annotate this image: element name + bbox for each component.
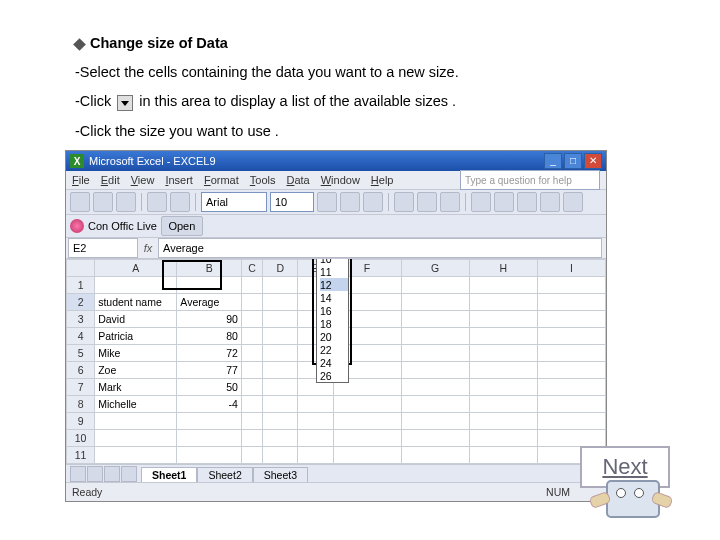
col-d[interactable]: D	[263, 260, 298, 277]
corner-cell[interactable]	[67, 260, 95, 277]
col-b[interactable]: B	[177, 260, 242, 277]
step-2: -Click in this area to display a list of…	[75, 90, 680, 113]
cell[interactable]: Zoe	[95, 362, 177, 379]
formula-bar[interactable]: Average	[158, 238, 602, 258]
cell[interactable]: Patricia	[95, 328, 177, 345]
size-option[interactable]: 16	[320, 304, 348, 317]
align-left-icon[interactable]	[394, 192, 414, 212]
col-g[interactable]: G	[401, 260, 469, 277]
row-h[interactable]: 3	[67, 311, 95, 328]
separator	[388, 193, 389, 211]
row-h[interactable]: 6	[67, 362, 95, 379]
bold-icon[interactable]	[317, 192, 337, 212]
row-h[interactable]: 8	[67, 396, 95, 413]
size-option[interactable]: 26	[320, 369, 348, 382]
name-box[interactable]: E2	[68, 238, 138, 258]
underline-icon[interactable]	[363, 192, 383, 212]
size-option[interactable]: 14	[320, 291, 348, 304]
percent-icon[interactable]	[494, 192, 514, 212]
tab-next-icon[interactable]	[104, 466, 120, 482]
row-h[interactable]: 7	[67, 379, 95, 396]
col-a[interactable]: A	[95, 260, 177, 277]
cell[interactable]: David	[95, 311, 177, 328]
cell[interactable]: Mike	[95, 345, 177, 362]
col-c[interactable]: C	[241, 260, 262, 277]
cell[interactable]: Average	[177, 294, 242, 311]
font-size-select[interactable]: 10	[270, 192, 314, 212]
office-live-open[interactable]: Open	[161, 216, 203, 236]
cell[interactable]: Michelle	[95, 396, 177, 413]
size-option[interactable]: 24	[320, 356, 348, 369]
row-h[interactable]: 4	[67, 328, 95, 345]
heading: Change size of Data	[75, 32, 680, 55]
cell[interactable]: student name	[95, 294, 177, 311]
print-icon[interactable]	[147, 192, 167, 212]
preview-icon[interactable]	[170, 192, 190, 212]
open-icon[interactable]	[93, 192, 113, 212]
menu-insert[interactable]: Insert	[165, 174, 193, 186]
size-option-highlighted[interactable]: 12	[320, 278, 348, 291]
fill-color-icon[interactable]	[540, 192, 560, 212]
row-h[interactable]: 2	[67, 294, 95, 311]
row-h[interactable]: 9	[67, 413, 95, 430]
size-option[interactable]: 20	[320, 330, 348, 343]
cell[interactable]: 77	[177, 362, 242, 379]
sheet-tab-3[interactable]: Sheet3	[253, 467, 308, 482]
sheet-tab-2[interactable]: Sheet2	[197, 467, 252, 482]
col-h[interactable]: H	[469, 260, 537, 277]
cell[interactable]: 90	[177, 311, 242, 328]
bullet-diamond-icon	[73, 38, 86, 51]
cell[interactable]: 80	[177, 328, 242, 345]
font-size-dropdown-list[interactable]: 8 9 10 11 12 14 16 18 20 22 24 26	[316, 259, 349, 383]
tab-first-icon[interactable]	[70, 466, 86, 482]
status-bar: Ready NUM	[66, 482, 606, 501]
size-option[interactable]: 11	[320, 265, 348, 278]
size-option[interactable]: 18	[320, 317, 348, 330]
row-h[interactable]: 1	[67, 277, 95, 294]
cell[interactable]: 50	[177, 379, 242, 396]
row-h[interactable]: 5	[67, 345, 95, 362]
heading-text: Change size of Data	[90, 35, 228, 51]
step-1: -Select the cells containing the data yo…	[75, 61, 680, 84]
maximize-button[interactable]: □	[564, 153, 582, 169]
font-color-icon[interactable]	[563, 192, 583, 212]
size-option[interactable]: 22	[320, 343, 348, 356]
row-h[interactable]: 11	[67, 447, 95, 464]
menu-view[interactable]: View	[131, 174, 155, 186]
office-live-icon	[70, 219, 84, 233]
separator	[465, 193, 466, 211]
currency-icon[interactable]	[471, 192, 491, 212]
menu-edit[interactable]: Edit	[101, 174, 120, 186]
title-bar: X Microsoft Excel - EXCEL9 _ □ ✕	[66, 151, 606, 171]
row-h[interactable]: 10	[67, 430, 95, 447]
tab-prev-icon[interactable]	[87, 466, 103, 482]
separator	[141, 193, 142, 211]
fx-label[interactable]: fx	[138, 242, 158, 254]
menu-window[interactable]: Window	[321, 174, 360, 186]
tab-last-icon[interactable]	[121, 466, 137, 482]
sheet-tab-1[interactable]: Sheet1	[141, 467, 197, 482]
close-button[interactable]: ✕	[584, 153, 602, 169]
menu-help[interactable]: Help	[371, 174, 394, 186]
step-2b: in this area to display a list of the av…	[135, 93, 456, 109]
italic-icon[interactable]	[340, 192, 360, 212]
office-live-label: Con Offic Live	[88, 220, 157, 232]
col-i[interactable]: I	[537, 260, 605, 277]
align-right-icon[interactable]	[440, 192, 460, 212]
menu-data[interactable]: Data	[286, 174, 309, 186]
save-icon[interactable]	[116, 192, 136, 212]
cell[interactable]: -4	[177, 396, 242, 413]
menu-file[interactable]: File	[72, 174, 90, 186]
menu-format[interactable]: Format	[204, 174, 239, 186]
minimize-button[interactable]: _	[544, 153, 562, 169]
new-icon[interactable]	[70, 192, 90, 212]
align-center-icon[interactable]	[417, 192, 437, 212]
cell[interactable]: 72	[177, 345, 242, 362]
ask-help-input[interactable]: Type a question for help	[460, 170, 600, 190]
cell[interactable]: Mark	[95, 379, 177, 396]
sheet-tabs-bar: Sheet1 Sheet2 Sheet3	[66, 464, 606, 483]
borders-icon[interactable]	[517, 192, 537, 212]
font-name-select[interactable]: Arial	[201, 192, 267, 212]
window-title: Microsoft Excel - EXCEL9	[89, 155, 216, 167]
menu-tools[interactable]: Tools	[250, 174, 276, 186]
